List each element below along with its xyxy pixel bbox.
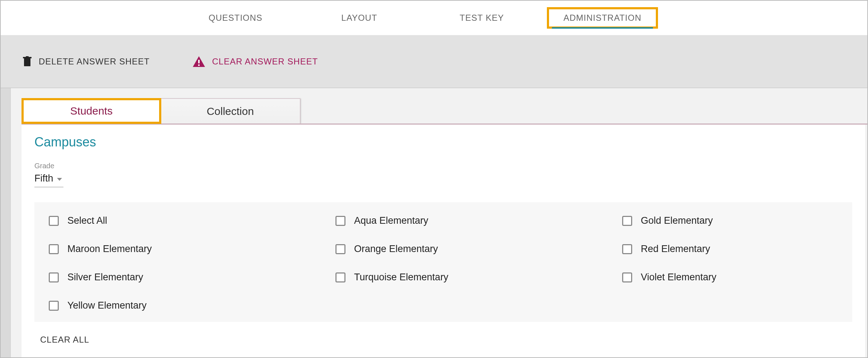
delete-answer-sheet-label: DELETE ANSWER SHEET (39, 57, 150, 67)
grade-value: Fifth (34, 173, 53, 184)
checkbox-maroon-elementary[interactable]: Maroon Elementary (49, 243, 335, 255)
grade-select[interactable]: Fifth (34, 172, 63, 187)
top-nav: QUESTIONS LAYOUT TEST KEY ADMINISTRATION (1, 1, 867, 35)
svg-rect-4 (198, 60, 200, 63)
checkbox-icon (49, 272, 59, 282)
grade-label: Grade (34, 162, 852, 170)
checkbox-orange-elementary[interactable]: Orange Elementary (335, 243, 622, 255)
content-area: Students Collection Campuses Grade Fifth… (11, 88, 867, 358)
checkbox-silver-elementary[interactable]: Silver Elementary (49, 272, 335, 283)
checkbox-label: Turquoise Elementary (354, 272, 448, 283)
checkbox-icon (622, 216, 632, 226)
panel-title: Campuses (34, 135, 852, 150)
students-panel: Campuses Grade Fifth Select All Aqua Ele… (22, 124, 865, 358)
checkbox-aqua-elementary[interactable]: Aqua Elementary (335, 215, 622, 226)
tab-questions[interactable]: QUESTIONS (194, 1, 277, 35)
checkbox-icon (49, 244, 59, 254)
checkbox-label: Red Elementary (641, 243, 710, 255)
checkbox-label: Aqua Elementary (354, 215, 428, 226)
checkbox-icon (49, 216, 59, 226)
delete-answer-sheet-button[interactable]: DELETE ANSWER SHEET (23, 56, 150, 67)
content-outer: Students Collection Campuses Grade Fifth… (1, 88, 867, 358)
checkbox-turquoise-elementary[interactable]: Turquoise Elementary (335, 272, 622, 283)
grade-field: Grade Fifth (34, 162, 852, 187)
clear-answer-sheet-label: CLEAR ANSWER SHEET (212, 57, 318, 67)
subtabs: Students Collection (11, 88, 867, 124)
checkbox-label: Orange Elementary (354, 243, 438, 255)
checkbox-label: Yellow Elementary (67, 300, 147, 311)
clear-all-button[interactable]: CLEAR ALL (34, 335, 89, 345)
trash-icon (23, 56, 32, 67)
left-gutter (1, 88, 11, 358)
tab-layout[interactable]: LAYOUT (327, 1, 391, 35)
checkbox-yellow-elementary[interactable]: Yellow Elementary (49, 300, 335, 311)
caret-down-icon (57, 178, 62, 181)
checkbox-icon (335, 272, 345, 282)
clear-answer-sheet-button[interactable]: CLEAR ANSWER SHEET (193, 56, 318, 67)
campus-list: Select All Aqua Elementary Gold Elementa… (34, 202, 852, 322)
checkbox-label: Maroon Elementary (67, 243, 152, 255)
checkbox-red-elementary[interactable]: Red Elementary (622, 243, 838, 255)
svg-rect-2 (26, 56, 29, 57)
checkbox-icon (49, 301, 59, 311)
checkbox-label: Violet Elementary (641, 272, 716, 283)
tab-administration[interactable]: ADMINISTRATION (547, 7, 658, 29)
checkbox-select-all[interactable]: Select All (49, 215, 335, 226)
checkbox-icon (335, 244, 345, 254)
subtab-students[interactable]: Students (22, 98, 161, 124)
checkbox-violet-elementary[interactable]: Violet Elementary (622, 272, 838, 283)
tab-test-key[interactable]: TEST KEY (445, 1, 519, 35)
checkbox-icon (622, 244, 632, 254)
checkbox-label: Gold Elementary (641, 215, 713, 226)
checkbox-gold-elementary[interactable]: Gold Elementary (622, 215, 838, 226)
checkbox-label: Silver Elementary (67, 272, 143, 283)
svg-rect-5 (198, 64, 200, 66)
checkbox-icon (622, 272, 632, 282)
checkbox-icon (335, 216, 345, 226)
action-bar: DELETE ANSWER SHEET CLEAR ANSWER SHEET (1, 35, 867, 88)
warning-icon (193, 56, 205, 67)
checkbox-label: Select All (67, 215, 107, 226)
svg-rect-0 (24, 58, 30, 66)
subtab-collection[interactable]: Collection (161, 98, 300, 124)
